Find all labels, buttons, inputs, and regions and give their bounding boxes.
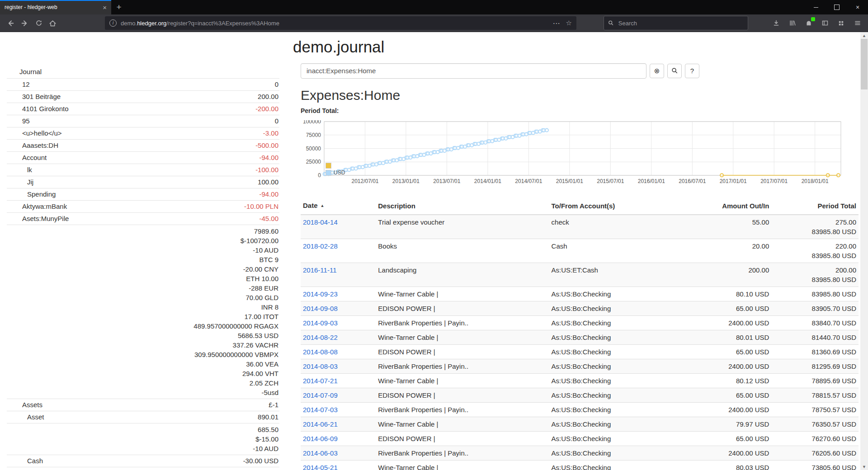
maximize-icon [834,5,840,10]
scrollbar-up-arrow[interactable]: ▲ [860,32,868,39]
transaction-date-link[interactable]: 2014-07-09 [303,391,338,399]
other-currency-data-point [837,174,840,177]
help-button[interactable]: ? [685,64,699,78]
period-total-cell: 220.0083985.80 USD [771,239,859,263]
register-row: 2014-09-23Wine-Tarner Cable |As:US:Bo:Ch… [301,287,859,301]
account-name-link[interactable]: Account [7,153,47,162]
transaction-date-link[interactable]: 2018-02-28 [303,242,338,250]
transaction-amount: 80.03 USD [682,461,772,470]
account-name-link[interactable]: Aaasets:DH [7,141,58,150]
transaction-date-cell: 2014-06-21 [301,417,376,432]
account-name-link[interactable]: 301 Beiträge [7,92,61,101]
transaction-date-link[interactable]: 2014-07-21 [303,377,338,385]
clear-query-button[interactable]: ⊗ [650,64,664,78]
register-row: 2018-02-28BooksCash20.00220.0083985.80 U… [301,239,859,263]
extension-badge [811,17,815,21]
menu-hamburger-icon[interactable] [850,16,864,30]
column-header-date[interactable]: Date▲ [301,197,376,215]
transaction-date-link[interactable]: 2014-07-03 [303,406,338,414]
new-tab-button[interactable]: + [111,0,127,14]
back-button[interactable] [4,16,18,30]
transaction-date-link[interactable]: 2014-08-22 [303,334,338,341]
containers-grid-icon[interactable] [834,16,848,30]
account-name-link[interactable]: Asets:MunyPile [7,214,69,223]
period-total-cell: 78750.57 USD [771,403,859,417]
transaction-amount: 2400.00 USD [682,359,772,374]
column-header-accounts[interactable]: To/From Account(s) [549,197,682,215]
account-name-link[interactable]: Assets [7,400,42,409]
scrollbar-down-arrow[interactable]: ▼ [860,463,868,470]
register-main: ⊗ ? Expenses:Home Period Total: 2012/07/… [301,63,859,470]
transaction-date-link[interactable]: 2014-06-09 [303,435,338,442]
account-name-link[interactable]: 12 [7,80,30,89]
download-icon[interactable] [769,16,783,30]
site-info-icon[interactable]: i [109,19,117,27]
sidebar-journal-link[interactable]: Journal [7,67,279,78]
register-row: 2014-09-08EDISON POWER |As:US:Bo:Checkin… [301,301,859,316]
account-name-link[interactable]: Aktywa:mBank [7,202,67,211]
register-row: 2014-07-09EDISON POWER |As:US:Bo:Checkin… [301,388,859,403]
account-name-link[interactable]: Jij [7,178,33,187]
account-name-link[interactable]: Asset [7,413,44,422]
column-header-period-total[interactable]: Period Total [771,197,859,215]
scrollbar-thumb[interactable] [861,39,868,89]
window-minimize-button[interactable] [806,0,826,14]
account-name-link[interactable]: 4101 Girokonto [7,104,69,113]
transaction-date-cell: 2014-09-08 [301,301,376,316]
column-header-description[interactable]: Description [376,197,549,215]
page-scrollbar[interactable]: ▲ ▼ [860,32,868,470]
transaction-date-link[interactable]: 2014-06-03 [303,449,338,457]
transaction-date-link[interactable]: 2014-09-03 [303,319,338,327]
bookmark-star-icon[interactable]: ☆ [566,19,572,27]
transaction-description: Landscaping [376,263,549,287]
home-button[interactable] [46,16,60,30]
transaction-date-cell: 2016-11-11 [301,263,376,287]
transaction-date-link[interactable]: 2018-04-14 [303,218,338,226]
account-name-link[interactable]: Cash [7,456,43,465]
tab-close-icon[interactable]: × [103,4,107,11]
account-balance: -94.00 [259,190,278,199]
transaction-date-link[interactable]: 2014-09-08 [303,305,338,312]
page-actions-icon[interactable]: ··· [553,20,561,27]
register-row: 2014-08-03RiverBank Properties | Payin..… [301,359,859,374]
reload-button[interactable] [32,16,46,30]
transaction-date-link[interactable]: 2014-08-03 [303,362,338,370]
browser-search-input[interactable] [618,19,744,27]
transaction-date-link[interactable]: 2014-08-08 [303,348,338,356]
account-name-link[interactable]: <u>hello</u> [7,129,62,138]
browser-search-bar[interactable] [604,16,748,30]
forward-button[interactable] [18,16,32,30]
search-button[interactable] [667,64,682,78]
window-maximize-button[interactable] [826,0,847,14]
account-balance: -30.00 USD [243,456,278,465]
transaction-date-link[interactable]: 2014-06-21 [303,420,338,428]
url-bar[interactable]: i demo.hledger.org/register?q=inacct%3AE… [105,16,576,30]
register-row: 2014-06-21Wine-Tarner Cable |As:US:Bo:Ch… [301,417,859,432]
transaction-amount: 79.97 USD [682,417,772,432]
url-text[interactable]: demo.hledger.org/register?q=inacct%3AExp… [121,20,549,27]
x-tick-label: 2016/01/01 [638,178,665,184]
transaction-account: As:US:ET:Cash [549,263,682,287]
register-row: 2014-06-03RiverBank Properties | Payin..… [301,446,859,461]
account-name-link[interactable]: lk [7,165,32,174]
sidebar-account-row: 301 Beiträge200.00 [7,90,279,103]
transaction-description: Wine-Tarner Cable | [376,417,549,432]
toolbar-icons [769,16,864,30]
account-name-link[interactable]: 95 [7,117,30,126]
extension-ghost-icon[interactable] [802,16,816,30]
library-icon[interactable] [785,16,799,30]
account-name-link[interactable]: Spending [7,190,56,199]
period-total-chart: 2012/07/012013/01/012013/07/012014/01/01… [301,120,859,193]
sidebar-toggle-icon[interactable] [818,16,832,30]
column-header-amount-out-in[interactable]: Amount Out/In [682,197,772,215]
transaction-date-cell: 2014-07-09 [301,388,376,403]
query-input[interactable] [301,63,646,79]
browser-tab[interactable]: register - hledger-web × [0,0,111,14]
window-close-button[interactable]: × [847,0,868,14]
transaction-date-link[interactable]: 2014-05-21 [303,464,338,470]
transaction-date-link[interactable]: 2014-09-23 [303,290,338,298]
x-tick-label: 2014/07/01 [515,178,542,184]
transaction-date-link[interactable]: 2016-11-11 [303,266,337,274]
legend-entry [326,162,345,169]
transaction-account: As:US:Bo:Checking [549,432,682,446]
